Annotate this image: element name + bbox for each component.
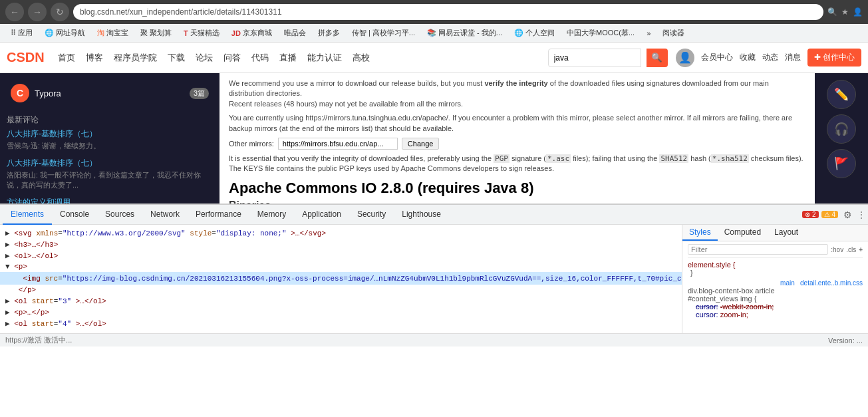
bookmark-mooc[interactable]: 中国大学MOOC(慕...	[561, 26, 640, 40]
bookmark-tmall[interactable]: T 天猫精选	[178, 26, 225, 40]
tab-elements[interactable]: Elements	[3, 205, 52, 225]
nav-code[interactable]: 代码	[251, 52, 269, 64]
bookmark-juhuasuan[interactable]: 聚 聚划算	[135, 26, 177, 40]
tab-computed[interactable]: Computed	[718, 225, 768, 241]
status-left: https://激活 激活中...	[5, 335, 72, 345]
nav-live[interactable]: 直播	[279, 52, 297, 64]
styles-filter-input[interactable]	[688, 244, 828, 255]
nav-cert[interactable]: 能力认证	[307, 52, 342, 64]
dom-line-ol[interactable]: ▶ <ol>…</ol>	[0, 250, 682, 261]
bookmark-personal[interactable]: 🌐 个人空间	[509, 26, 560, 40]
search-icon[interactable]: 🔍	[827, 7, 837, 17]
bookmark-chuanzhi[interactable]: 传智 | 高校学习平...	[347, 26, 420, 40]
back-button[interactable]: ←	[5, 3, 24, 21]
article-content: We recommend you use a mirror to downloa…	[219, 73, 815, 204]
dom-line-p-open[interactable]: ▼ <p>	[0, 261, 682, 272]
nav-forum[interactable]: 论坛	[196, 52, 213, 64]
dom-line-ol-3[interactable]: ▶ <ol start="3" >…</ol>	[0, 295, 682, 307]
browser-chrome: ← → ↻ blog.csdn.net/xun_independent/arti…	[0, 0, 868, 24]
search-button[interactable]: 🔍	[647, 49, 668, 67]
bookmark-jd[interactable]: JD 京东商城	[226, 26, 277, 40]
nav-download[interactable]: 下载	[168, 52, 185, 64]
messages[interactable]: 消息	[785, 52, 801, 63]
right-panel: ✏️ 🎧 🚩	[815, 73, 868, 204]
tab-sources[interactable]: Sources	[97, 205, 142, 225]
element-style-rule: element.style { }	[688, 261, 863, 277]
mirror-url-input[interactable]	[278, 138, 398, 150]
csdn-logo[interactable]: CSDN	[7, 50, 45, 65]
create-button[interactable]: ✚ 创作中心	[807, 49, 861, 67]
bookmark-wangyi[interactable]: 📚 网易云课堂 - 我的...	[422, 26, 507, 40]
favorites[interactable]: 收藏	[740, 52, 756, 63]
nav-home[interactable]: 首页	[58, 52, 75, 64]
bookmark-reader[interactable]: 阅读器	[657, 26, 690, 40]
avatar[interactable]: 👤	[676, 49, 694, 67]
csdn-user: 👤 会员中心 收藏 动态 消息 ✚ 创作中心	[676, 49, 861, 67]
bookmark-more[interactable]: »	[641, 27, 656, 39]
star-icon[interactable]: ★	[841, 7, 849, 17]
dom-line-p-close[interactable]: </p>	[0, 285, 682, 295]
flag-panel-button[interactable]: 🚩	[827, 149, 856, 178]
devtools-panel: Elements Console Sources Network Perform…	[0, 204, 868, 333]
member-center[interactable]: 会员中心	[701, 52, 733, 63]
nav-blog[interactable]: 博客	[86, 52, 103, 64]
tab-lighthouse[interactable]: Lighthouse	[394, 205, 449, 225]
cls-button[interactable]: .cls	[846, 246, 856, 253]
refresh-button[interactable]: ↻	[51, 3, 69, 21]
bookmark-vip[interactable]: 唯品会	[279, 26, 311, 40]
edit-panel-button[interactable]: ✏️	[827, 80, 856, 109]
add-style-button[interactable]: +	[859, 246, 863, 253]
dom-line-ol-4[interactable]: ▶ <ol start="4" >…</ol>	[0, 318, 682, 329]
hov-button[interactable]: :hov	[831, 246, 843, 253]
devtools-tabs-bar: Elements Console Sources Network Perform…	[0, 205, 868, 225]
comment-1-title[interactable]: 八大排序-基数排序（七）	[7, 128, 213, 140]
error-count-badge: ⊗ 2	[802, 211, 818, 218]
comment-2-author: 洛阳泰山: 我一般不评论的，看到这篇文章了，我忍不住对你说，真的写的太赞了...	[7, 170, 213, 190]
forward-button[interactable]: →	[28, 3, 47, 21]
nav-academy[interactable]: 程序员学院	[114, 52, 157, 64]
settings-icon[interactable]: ⚙	[843, 209, 852, 220]
bookmark-taobao[interactable]: 淘 淘宝宝	[92, 26, 134, 40]
bookmark-label: 京东商城	[243, 28, 272, 38]
bookmark-apps[interactable]: ⠿ 应用	[5, 26, 38, 40]
tab-security[interactable]: Security	[349, 205, 394, 225]
tab-console[interactable]: Console	[52, 205, 97, 225]
tab-network[interactable]: Network	[142, 205, 188, 225]
change-mirror-button[interactable]: Change	[402, 138, 440, 150]
csdn-header: CSDN 首页 博客 程序员学院 下载 论坛 问答 代码 直播 能力认证 高校 …	[0, 43, 868, 73]
url-bar[interactable]: blog.csdn.net/xun_independent/article/de…	[73, 4, 823, 20]
bookmark-pinduoduo[interactable]: 拼多多	[313, 26, 345, 40]
dynamic[interactable]: 动态	[762, 52, 778, 63]
bookmark-nav[interactable]: 🌐 网址导航	[39, 26, 90, 40]
csdn-search: 🔍	[548, 49, 668, 67]
mirror-info-text: We recommend you use a mirror to downloa…	[229, 78, 805, 109]
dom-line-svg[interactable]: ▶ <svg xmlns="http://www.w3.org/2000/svg…	[0, 227, 682, 239]
style-selector-main: div.blog-content-box article	[688, 287, 863, 295]
search-input[interactable]	[548, 49, 641, 67]
dom-line-img[interactable]: <img src="https://img-blog.csdnimg.cn/20…	[0, 272, 682, 285]
tab-layout[interactable]: Layout	[768, 225, 805, 241]
tab-styles[interactable]: Styles	[682, 225, 718, 241]
dom-line-p2[interactable]: ▶ <p>…</p>	[0, 307, 682, 318]
user-icon[interactable]: 👤	[853, 7, 863, 17]
style-selector-content: #content_views img {	[688, 295, 863, 303]
tab-application[interactable]: Application	[294, 205, 349, 225]
nav-uni[interactable]: 高校	[353, 52, 370, 64]
dom-line-h3[interactable]: ▶ <h3>…</h3>	[0, 239, 682, 250]
style-source-file[interactable]: main detail.ente..b.min.css	[688, 279, 863, 287]
audio-panel-button[interactable]: 🎧	[827, 114, 856, 144]
comment-3-title[interactable]: 方法的定义和调用	[7, 197, 213, 204]
bookmark-label: 淘宝宝	[106, 28, 128, 38]
url-text: blog.csdn.net/xun_independent/article/de…	[80, 7, 282, 17]
more-options-icon[interactable]: ⋮	[857, 210, 865, 219]
comment-2-title[interactable]: 八大排序-基数排序（七）	[7, 158, 213, 169]
styles-content: :hov .cls + element.style { } main detai…	[682, 241, 868, 333]
tab-memory[interactable]: Memory	[249, 205, 294, 225]
left-sidebar: C Typora 3篇 最新评论 八大排序-基数排序（七） 雪候鸟·迅: 谢谢，…	[0, 73, 219, 204]
bookmark-label: 聚 聚划算	[140, 28, 172, 38]
nav-qa[interactable]: 问答	[223, 52, 241, 64]
tab-performance[interactable]: Performance	[188, 205, 249, 225]
tag-svg: <svg	[14, 229, 31, 237]
comment-1: 八大排序-基数排序（七） 雪候鸟·迅: 谢谢，继续努力。	[7, 128, 213, 151]
content-area: C Typora 3篇 最新评论 八大排序-基数排序（七） 雪候鸟·迅: 谢谢，…	[0, 73, 868, 204]
